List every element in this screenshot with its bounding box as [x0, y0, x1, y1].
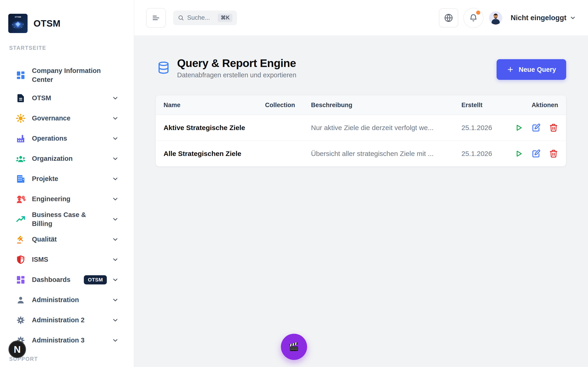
- sidebar-item-administration-3[interactable]: Administration 3: [15, 330, 119, 350]
- trash-icon: [549, 123, 558, 132]
- chevron-down-icon: [112, 216, 119, 223]
- sidebar-item-dashboards[interactable]: Dashboards OTSM: [15, 270, 119, 290]
- nextjs-dev-badge[interactable]: N: [8, 340, 26, 358]
- sidebar-item-engineering[interactable]: Engineering: [15, 189, 119, 209]
- sidebar-item-label: Projekte: [32, 174, 58, 183]
- column-header-collection: Collection: [265, 102, 311, 109]
- clapperboard-icon: [288, 340, 300, 353]
- app-logo-icon: OTSM: [8, 14, 27, 33]
- search-input[interactable]: Suche... ⌘K: [173, 10, 237, 25]
- main-content: Query & Report Engine Datenabfragen erst…: [134, 36, 588, 367]
- new-query-label: Neue Query: [519, 66, 556, 73]
- svg-text:N: N: [14, 344, 21, 355]
- sidebar-item-governance[interactable]: Governance: [15, 108, 119, 128]
- delete-query-button[interactable]: [549, 123, 558, 132]
- sun-icon: [15, 113, 26, 124]
- otsm-badge: OTSM: [84, 275, 107, 284]
- plus-icon: [507, 66, 514, 73]
- sidebar-item-label: Operations: [32, 134, 67, 143]
- chevron-down-icon: [112, 155, 119, 162]
- column-header-aktionen: Aktionen: [504, 102, 558, 109]
- fab-button[interactable]: [281, 334, 307, 360]
- chevron-down-icon: [112, 135, 119, 142]
- chevron-down-icon: [112, 115, 119, 122]
- keyboard-shortcut-badge: ⌘K: [218, 14, 233, 22]
- search-placeholder: Suche...: [187, 14, 210, 21]
- sidebar-item-company-information-center[interactable]: Company Information Center: [15, 62, 119, 88]
- sidebar-item-isms[interactable]: ISMS: [15, 250, 119, 270]
- query-name: Aktive Strategische Ziele: [164, 124, 265, 132]
- sidebar-item-label: Business Case & Billing: [32, 210, 101, 228]
- sidebar-item-organization[interactable]: Organization: [15, 149, 119, 169]
- table-row: Aktive Strategische Ziele Nur aktive Zie…: [156, 115, 566, 141]
- sidebar-item-label: Governance: [32, 114, 70, 123]
- sidebar-toggle-button[interactable]: [146, 8, 166, 28]
- sidebar-item-label: Administration 3: [32, 336, 85, 345]
- run-query-button[interactable]: [514, 149, 523, 158]
- sidebar-item-otsm[interactable]: OTSM: [15, 88, 119, 108]
- edit-query-button[interactable]: [531, 123, 541, 132]
- trending-up-icon: [15, 214, 26, 225]
- chevron-down-icon: [112, 297, 119, 303]
- page-title-block: Query & Report Engine Datenabfragen erst…: [177, 57, 296, 79]
- sidebar-item-label: Administration 2: [32, 316, 85, 325]
- user-menu[interactable]: Nicht eingeloggt: [510, 14, 576, 22]
- page-subtitle: Datenabfragen erstellen und exportieren: [177, 71, 296, 79]
- app-root: OTSM OTSM STARTSEITE Company Information…: [0, 0, 588, 367]
- play-icon: [514, 149, 523, 158]
- edit-icon: [531, 149, 541, 158]
- engineer-icon: [15, 194, 26, 204]
- delete-query-button[interactable]: [549, 149, 558, 158]
- notifications-button[interactable]: [463, 8, 484, 28]
- sidebar-item-administration-2[interactable]: Administration 2: [15, 310, 119, 330]
- sidebar-item-label: Administration: [32, 295, 79, 304]
- sidebar-item-business-case-billing[interactable]: Business Case & Billing: [15, 209, 119, 229]
- menu-fold-icon: [152, 14, 160, 22]
- notification-dot: [475, 10, 481, 16]
- chevron-down-icon: [112, 276, 119, 283]
- sidebar-item-operations[interactable]: Operations: [15, 128, 119, 149]
- chevron-down-icon: [112, 317, 119, 324]
- globe-icon: [444, 13, 453, 23]
- play-icon: [514, 123, 523, 132]
- query-created-date: 25.1.2026: [461, 150, 504, 158]
- chevron-down-icon: [112, 236, 119, 243]
- sidebar-item-label: Organization: [32, 154, 73, 163]
- language-button[interactable]: [439, 8, 458, 27]
- person-icon: [15, 295, 26, 305]
- avatar[interactable]: [489, 11, 502, 25]
- chevron-down-icon: [112, 196, 119, 202]
- gear-icon: [15, 315, 26, 325]
- edit-icon: [531, 123, 541, 132]
- query-created-date: 25.1.2026: [461, 124, 504, 132]
- avatar-image: [489, 11, 502, 25]
- page-header: Query & Report Engine Datenabfragen erst…: [157, 57, 566, 79]
- chevron-down-icon: [112, 95, 119, 102]
- search-icon: [178, 15, 184, 21]
- app-logo[interactable]: OTSM OTSM: [8, 14, 61, 33]
- edit-query-button[interactable]: [531, 149, 541, 158]
- new-query-button[interactable]: Neue Query: [497, 59, 566, 80]
- sidebar-item-qualitaet[interactable]: Qualität: [15, 229, 119, 250]
- row-actions: [504, 123, 558, 132]
- gavel-icon: [15, 234, 26, 245]
- page-title: Query & Report Engine: [177, 57, 296, 69]
- chevron-down-icon: [570, 15, 576, 21]
- sidebar-nav: Company Information Center OTSM G: [15, 62, 119, 350]
- brand-name: OTSM: [34, 18, 61, 29]
- column-header-erstellt: Erstellt: [461, 102, 504, 109]
- query-description: Nur aktive Ziele die derzeit verfolgt we…: [311, 124, 461, 132]
- sidebar-item-label: Dashboards: [32, 275, 70, 284]
- queries-card: Name Collection Beschreibung Erstellt Ak…: [156, 95, 566, 167]
- sidebar-item-label: OTSM: [32, 94, 51, 102]
- layout-dashboard-icon: [15, 70, 26, 81]
- column-header-beschreibung: Beschreibung: [311, 102, 461, 109]
- layout-dashboard-icon: [15, 275, 26, 285]
- sidebar-item-label: ISMS: [32, 255, 48, 264]
- sidebar-item-administration[interactable]: Administration: [15, 290, 119, 310]
- sidebar-item-projekte[interactable]: Projekte: [15, 169, 119, 189]
- sidebar: OTSM OTSM STARTSEITE Company Information…: [0, 0, 134, 367]
- query-description: Übersicht aller strategischen Ziele mit …: [311, 150, 461, 158]
- row-actions: [504, 149, 558, 158]
- run-query-button[interactable]: [514, 123, 523, 132]
